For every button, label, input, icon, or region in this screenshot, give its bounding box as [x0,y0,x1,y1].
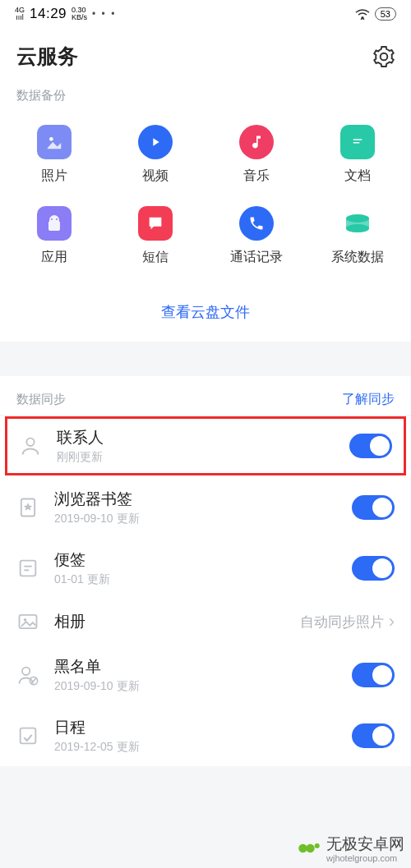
grid-item-call[interactable]: 通话记录 [206,206,307,266]
photo-icon [37,125,72,159]
row-blacklist[interactable]: 黑名单 2019-09-10 更新 [0,645,411,705]
toggle-schedule[interactable] [352,723,395,748]
svg-point-21 [315,843,320,848]
app-icon [37,206,72,241]
doc-icon [340,125,375,159]
svg-point-5 [56,218,58,220]
watermark-logo-icon [297,836,321,861]
status-more-icon: • • • [92,8,116,20]
page-header: 云服务 [0,28,411,81]
learn-sync-link[interactable]: 了解同步 [342,391,395,408]
grid-label: 短信 [142,249,169,266]
row-album[interactable]: 相册 自动同步照片 › [0,599,411,645]
row-title: 浏览器书签 [54,489,352,510]
row-sub: 刚刚更新 [57,450,349,465]
svg-point-7 [346,224,369,232]
grid-label: 文档 [344,168,371,185]
signal-icon: ıııl [16,14,24,21]
grid-label: 照片 [41,168,67,185]
row-sub: 2019-09-10 更新 [54,679,352,694]
music-icon [239,125,274,159]
toggle-notes[interactable] [352,556,395,581]
toggle-contacts[interactable] [349,434,392,458]
svg-point-20 [306,844,315,853]
svg-point-8 [26,439,34,446]
row-bookmarks[interactable]: 浏览器书签 2019-09-10 更新 [0,477,411,538]
svg-point-1 [49,137,53,141]
watermark-url: wjhotelgroup.com [326,853,404,863]
net-speed: 0.30 KB/s [72,7,87,21]
row-sub: 01-01 更新 [54,572,352,587]
svg-point-0 [361,16,363,19]
row-title: 便签 [54,549,352,571]
grid-item-sms[interactable]: 短信 [104,206,206,266]
bookmark-icon [16,496,39,519]
sync-header: 数据同步 了解同步 [0,376,411,415]
row-title: 联系人 [57,427,349,448]
section-gap [0,342,411,376]
row-value: 自动同步照片 [300,613,384,631]
sms-icon [138,206,173,241]
grid-label: 音乐 [243,168,270,185]
svg-rect-10 [21,561,36,576]
status-bar: 4G ıııl 14:29 0.30 KB/s • • • 53 [0,0,411,28]
call-icon [239,206,274,241]
clock: 14:29 [30,6,67,22]
note-icon [16,557,39,580]
row-notes[interactable]: 便签 01-01 更新 [0,538,411,599]
svg-rect-3 [353,142,359,144]
svg-point-19 [298,844,307,853]
schedule-icon [16,724,39,747]
page-title: 云服务 [16,43,78,70]
video-icon [138,125,173,159]
row-title: 相册 [54,611,300,632]
blacklist-icon [16,664,39,687]
grid-item-video[interactable]: 视频 [104,125,206,185]
row-sub: 2019-09-10 更新 [54,512,352,526]
grid-label: 视频 [142,168,169,185]
sync-section-label: 数据同步 [16,392,66,407]
backup-section-label: 数据备份 [0,81,411,113]
grid-label: 通话记录 [230,249,283,266]
sync-list: 联系人 刚刚更新 浏览器书签 2019-09-10 更新 便签 01-01 更新… [0,416,411,766]
gear-icon[interactable] [373,46,395,67]
status-right: 53 [355,7,396,21]
row-sub: 2019-12-05 更新 [54,740,352,755]
row-contacts[interactable]: 联系人 刚刚更新 [19,427,392,465]
watermark-brand: 无极安卓网 [326,834,404,855]
grid-label: 应用 [41,249,67,266]
grid-item-system[interactable]: 系统数据 [307,206,408,266]
status-left: 4G ıııl 14:29 0.30 KB/s • • • [15,6,116,22]
contact-icon [19,434,42,457]
system-icon [340,206,375,241]
toggle-bookmarks[interactable] [352,495,395,520]
backup-grid: 照片 视频 音乐 文档 应用 短信 通话记录 [0,113,411,289]
row-title: 日程 [54,717,352,738]
view-disk-link[interactable]: 查看云盘文件 [0,289,411,342]
highlighted-row-contacts: 联系人 刚刚更新 [5,416,406,475]
grid-item-music[interactable]: 音乐 [206,125,307,185]
svg-point-4 [51,218,53,220]
grid-label: 系统数据 [331,249,384,266]
svg-point-15 [22,668,30,675]
toggle-blacklist[interactable] [352,663,395,687]
wifi-icon [355,8,370,20]
grid-item-app[interactable]: 应用 [3,206,104,266]
chevron-right-icon: › [389,611,395,632]
battery-indicator: 53 [375,7,396,21]
watermark: 无极安卓网 wjhotelgroup.com [297,834,404,863]
grid-item-photo[interactable]: 照片 [3,125,104,185]
album-icon [16,610,39,633]
svg-rect-18 [21,728,36,744]
grid-item-doc[interactable]: 文档 [307,125,408,185]
svg-rect-2 [353,139,362,140]
row-title: 黑名单 [54,656,352,677]
row-schedule[interactable]: 日程 2019-12-05 更新 [0,705,411,766]
